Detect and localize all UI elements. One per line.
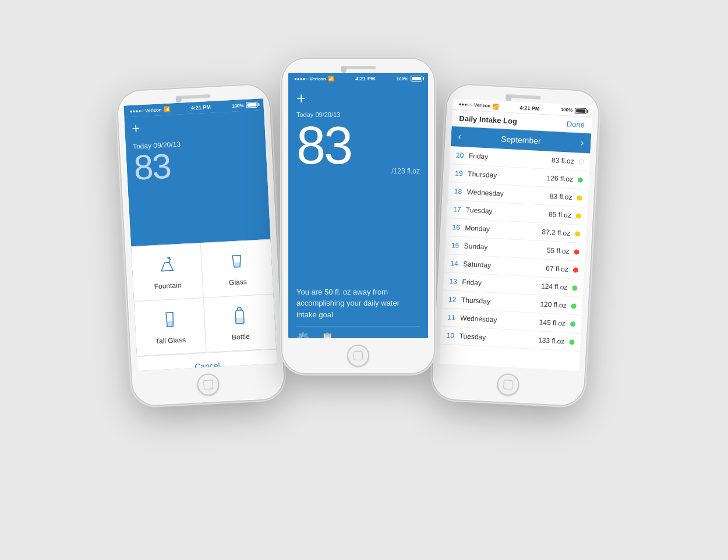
carrier-right: ●●●○○ Verizon bbox=[458, 102, 490, 109]
fountain-label: Fountain bbox=[154, 281, 181, 290]
status-right-right: 100% bbox=[561, 107, 587, 114]
tall-glass-label: Tall Glass bbox=[156, 336, 186, 346]
log-amount: 83 fl.oz bbox=[552, 156, 574, 165]
log-day-name: Monday bbox=[465, 224, 542, 236]
phone-left: ●●●●○ Verizon 📶 4:21 PM 100% + Today 09/… bbox=[117, 84, 285, 406]
battery-pct-right: 100% bbox=[561, 107, 573, 113]
log-day-num: 11 bbox=[447, 313, 461, 322]
tall-glass-icon bbox=[158, 309, 181, 334]
log-amount: 126 fl.oz bbox=[546, 174, 573, 183]
drink-item-fountain[interactable]: Fountain bbox=[131, 243, 204, 302]
prev-month-button[interactable]: ‹ bbox=[458, 132, 461, 142]
log-day-name: Sunday bbox=[464, 242, 547, 254]
screen-right: ●●●○○ Verizon 📶 4:21 PM 100% Daily Intak… bbox=[439, 98, 593, 371]
home-button-right[interactable] bbox=[496, 373, 520, 396]
camera-right bbox=[506, 95, 512, 102]
svg-rect-1 bbox=[167, 321, 173, 327]
big-number-center: 83 bbox=[296, 119, 420, 172]
log-day-num: 17 bbox=[453, 205, 467, 214]
wifi-icon-center: 📶 bbox=[328, 76, 334, 81]
time-left: 4:21 PM bbox=[191, 104, 211, 111]
log-icon-center[interactable]: 📋 bbox=[321, 331, 334, 338]
status-right-center: 100% bbox=[397, 76, 422, 81]
center-screen-content: + Today 09/20/13 83 /123 fl.oz You are 5… bbox=[288, 84, 428, 338]
log-day-name: Wednesday bbox=[460, 314, 539, 326]
log-dot bbox=[570, 321, 575, 327]
bottom-bar-center: ⚙️ 📋 bbox=[296, 326, 420, 338]
wifi-icon-left: 📶 bbox=[163, 106, 170, 112]
status-right-left: 100% bbox=[232, 102, 258, 109]
log-dot bbox=[569, 339, 574, 345]
add-button-center[interactable]: + bbox=[296, 90, 420, 107]
log-day-name: Friday bbox=[462, 278, 541, 290]
home-button-center[interactable] bbox=[347, 345, 369, 367]
log-dot bbox=[575, 231, 580, 236]
drink-grid: Fountain Glass bbox=[131, 239, 277, 356]
battery-fill-right bbox=[576, 109, 585, 113]
bottle-icon bbox=[229, 305, 251, 330]
big-number-left: 83 bbox=[133, 144, 260, 186]
svg-rect-0 bbox=[234, 263, 240, 268]
log-day-name: Thursday bbox=[461, 296, 540, 308]
phone-center: ●●●●○ Verizon 📶 4:21 PM 100% + Today 09/… bbox=[282, 59, 434, 373]
left-screen-content: + Today 09/20/13 83 bbox=[124, 110, 277, 371]
status-bar-center: ●●●●○ Verizon 📶 4:21 PM 100% bbox=[288, 73, 428, 84]
camera-left bbox=[176, 97, 182, 103]
log-day-num: 16 bbox=[452, 223, 465, 232]
glass-label: Glass bbox=[229, 278, 247, 287]
log-amount: 120 fl.oz bbox=[540, 300, 567, 309]
log-amount: 87.2 fl.oz bbox=[542, 228, 570, 238]
bottle-label: Bottle bbox=[232, 332, 250, 342]
battery-icon-center bbox=[411, 76, 422, 81]
log-amount: 85 fl.oz bbox=[549, 210, 571, 219]
battery-icon-right bbox=[575, 108, 586, 114]
right-screen-content: Daily Intake Log Done ‹ September › 20Fr… bbox=[439, 110, 592, 371]
log-day-name: Tuesday bbox=[459, 332, 538, 344]
home-button-inner-center bbox=[354, 351, 363, 360]
battery-pct-left: 100% bbox=[232, 102, 244, 108]
log-day-name: Friday bbox=[469, 152, 552, 164]
done-button-right[interactable]: Done bbox=[567, 119, 585, 129]
log-day-num: 14 bbox=[450, 259, 464, 268]
log-amount: 55 fl.oz bbox=[547, 246, 570, 256]
month-label-right: September bbox=[501, 134, 541, 146]
battery-fill-center bbox=[412, 77, 421, 80]
home-button-inner-left bbox=[203, 380, 213, 389]
phone-top-center bbox=[282, 59, 434, 73]
status-left-left: ●●●●○ Verizon 📶 bbox=[130, 106, 170, 114]
log-amount: 83 fl.oz bbox=[549, 192, 572, 201]
battery-pct-center: 100% bbox=[397, 76, 408, 81]
add-button-left[interactable]: + bbox=[132, 115, 258, 136]
time-center: 4:21 PM bbox=[355, 76, 375, 81]
status-left-center: ●●●●○ Verizon 📶 bbox=[294, 76, 334, 81]
log-amount: 133 fl.oz bbox=[538, 336, 565, 345]
log-day-num: 12 bbox=[448, 295, 462, 304]
carrier-left: ●●●●○ Verizon bbox=[130, 107, 162, 114]
next-month-button[interactable]: › bbox=[581, 138, 584, 148]
log-dot bbox=[572, 285, 577, 290]
settings-icon-center[interactable]: ⚙️ bbox=[296, 331, 309, 338]
log-list-right: 20Friday83 fl.oz19Thursday126 fl.oz18Wed… bbox=[439, 146, 590, 371]
fountain-icon bbox=[156, 254, 178, 279]
log-day-name: Thursday bbox=[468, 170, 547, 182]
battery-fill-left bbox=[247, 103, 256, 107]
screen-center: ●●●●○ Verizon 📶 4:21 PM 100% + Today 09/… bbox=[288, 73, 428, 338]
left-screen-top: + Today 09/20/13 83 bbox=[124, 110, 268, 197]
drink-item-tall-glass[interactable]: Tall Glass bbox=[134, 298, 207, 356]
nav-title-right: Daily Intake Log bbox=[459, 114, 517, 126]
wifi-icon-right: 📶 bbox=[492, 103, 499, 109]
log-dot bbox=[577, 195, 582, 200]
svg-rect-3 bbox=[236, 317, 245, 324]
status-left-right: ●●●○○ Verizon 📶 bbox=[458, 101, 499, 109]
log-day-num: 13 bbox=[449, 277, 462, 286]
time-right: 4:21 PM bbox=[520, 105, 539, 112]
log-day-num: 10 bbox=[446, 331, 460, 340]
log-day-name: Wednesday bbox=[467, 188, 550, 200]
drink-picker: Fountain Glass bbox=[131, 239, 277, 371]
drink-item-glass[interactable]: Glass bbox=[201, 240, 274, 298]
log-dot bbox=[578, 177, 583, 182]
battery-icon-left bbox=[246, 102, 257, 108]
drink-item-bottle[interactable]: Bottle bbox=[204, 295, 277, 353]
log-day-num: 20 bbox=[456, 151, 469, 160]
home-button-left[interactable] bbox=[197, 373, 220, 396]
